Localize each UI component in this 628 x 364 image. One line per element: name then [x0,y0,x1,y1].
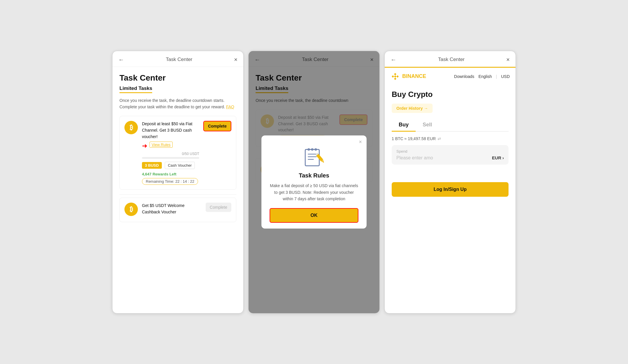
task-icon-1: ₿ [124,121,138,134]
task-icon-2: ₿ [124,203,138,216]
exchange-rate: 1 BTC ≈ 19,497.58 EUR ⇄ [392,136,509,141]
modal-close-icon[interactable]: × [359,139,362,145]
order-history-button[interactable]: Order History → [392,104,433,113]
progress-text-1: 0/50 USDT [142,152,199,156]
task-card-2: ₿ Get $5 USDT Welcome Cashback Voucher C… [119,198,236,222]
header-title-1: Task Center [166,57,192,62]
close-icon-1[interactable]: × [234,56,237,63]
svg-marker-15 [394,78,396,80]
nav-divider: | [496,74,497,79]
currency-selector-input[interactable]: EUR › [492,155,504,160]
task-description-1: Deposit at least $50 via Fiat Channel. G… [142,121,199,140]
spend-section: Spend Please enter amo EUR › [392,145,509,165]
divider-1 [119,194,236,195]
arrow-indicator: ➜ [142,142,147,150]
svg-marker-12 [392,75,394,78]
header-bar-3: ← Task Center × [385,51,516,67]
modal-description: Make a fiat deposit of ≥ 50 USD via fiat… [270,182,358,202]
rewards-left: 4,647 Rewards Left [142,172,199,176]
binance-logo: BINANCE [391,72,426,81]
binance-icon [391,72,400,81]
complete-button-active[interactable]: Complete [203,121,231,131]
back-icon-1[interactable]: ← [118,56,124,63]
view-rules-link[interactable]: View Rules [150,142,173,148]
modal-overlay: × [249,51,379,313]
close-icon-3[interactable]: × [506,56,510,63]
spend-input-row: Please enter amo EUR › [396,155,504,161]
task-details-1: Deposit at least $50 via Fiat Channel. G… [142,121,199,185]
svg-marker-14 [394,75,396,78]
content-1: Task Center Limited Tasks Once you recei… [112,67,243,233]
modal-dialog: × [261,135,367,228]
binance-content: Buy Crypto Order History → Buy Sell 1 BT… [385,84,516,203]
back-icon-3[interactable]: ← [391,56,396,63]
description-1: Once you receive the task, the deadline … [119,97,236,110]
page-title-1: Task Center [119,73,236,83]
tab-sell[interactable]: Sell [416,119,439,132]
section-title-1: Limited Tasks [119,86,152,93]
header-bar-1: ← Task Center × [112,51,243,67]
spend-label: Spend [396,149,504,154]
buy-crypto-title: Buy Crypto [392,90,509,99]
task-rules-icon [302,144,326,168]
faq-link[interactable]: FAQ [226,105,234,109]
task-description-2: Get $5 USDT Welcome Cashback Voucher [142,203,202,215]
header-title-3: Task Center [438,57,465,62]
tab-buy[interactable]: Buy [392,119,416,132]
modal-ok-button[interactable]: OK [270,208,358,223]
binance-brand-bar: BINANCE Downloads English | USD [385,68,516,84]
panel3: ← Task Center × BINANCE Downloads [384,51,516,314]
task-card-inner-1: ₿ Deposit at least $50 via Fiat Channel.… [124,121,231,185]
reward-amount-tag: 3 BUSD [142,162,162,169]
login-signup-button[interactable]: Log In/Sign Up [392,182,509,197]
complete-button-inactive-1: Complete [206,203,231,212]
tabs-row: Buy Sell [392,119,509,132]
modal-title: Task Rules [270,172,358,179]
svg-rect-0 [305,149,319,166]
remaining-time: Remaining Time: 22 : 14 : 22 [142,178,198,185]
reward-tags: 3 BUSD Cash Voucher [142,162,199,169]
task-card-inner-2: ₿ Get $5 USDT Welcome Cashback Voucher C… [124,203,231,217]
binance-nav: Downloads English | USD [454,74,510,79]
binance-name: BINANCE [402,73,426,79]
progress-bar-bg [142,157,199,159]
panel2: ← Task Center × Task Center Limited Task… [248,51,380,314]
task-details-2: Get $5 USDT Welcome Cashback Voucher [142,203,202,217]
panel1: ← Task Center × Task Center Limited Task… [112,51,244,314]
reward-type-tag: Cash Voucher [165,162,195,169]
svg-marker-13 [396,75,399,78]
language-selector[interactable]: English [478,74,492,79]
currency-selector-nav[interactable]: USD [501,74,510,79]
svg-marker-11 [394,73,396,75]
downloads-link[interactable]: Downloads [454,74,474,79]
exchange-icon[interactable]: ⇄ [438,136,441,141]
spend-placeholder[interactable]: Please enter amo [396,155,433,161]
task-card-1: ₿ Deposit at least $50 via Fiat Channel.… [119,116,236,190]
